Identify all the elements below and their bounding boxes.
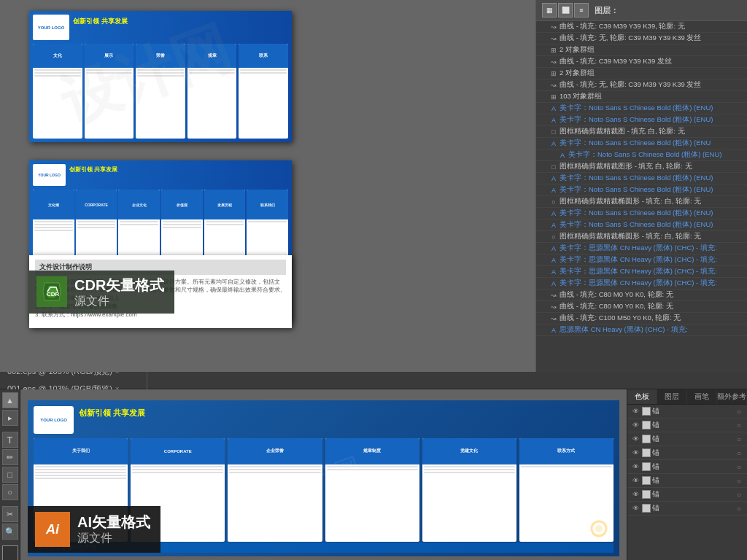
cdr-layer-7[interactable]: A美卡字：Noto Sans S Chinese Bold (粗体) (ENU) [536, 103, 747, 114]
ai-layer-row-1[interactable]: 👁锚○ [627, 419, 747, 432]
ai-layer-name-4: 锚 [652, 462, 732, 472]
cdr-layer-2[interactable]: ⊞2 对象群组 [536, 44, 747, 56]
ai-layer-eye-7[interactable]: 👁 [630, 503, 640, 513]
tool-select[interactable]: ▲ [2, 392, 18, 408]
tool-fill[interactable] [2, 545, 18, 560]
layer-icon-5: ↝ [549, 81, 558, 90]
ai-layer-row-7[interactable]: 👁锚○ [627, 502, 747, 516]
ai-layer-eye-2[interactable]: 👁 [630, 434, 640, 444]
cdr-tab-layers[interactable]: ▦ [542, 3, 557, 18]
ai-title: 创新引领 共享发展 [79, 408, 145, 419]
ai-layer-row-5[interactable]: 👁锚○ [627, 474, 747, 488]
cdr-layer-10[interactable]: A美卡字：Noto Sans S Chinese Bold (粗体) (ENU [536, 138, 747, 149]
ai-canvas[interactable]: YOUR LOGO 创新引领 共享发展 关于我们 [20, 389, 627, 560]
cdr-layer-4[interactable]: ⊞2 对象群组 [536, 68, 747, 79]
cdr-tab-objects[interactable]: ⬜ [558, 3, 573, 18]
layer-text-14: 美卡字：Noto Sans S Chinese Bold (粗体) (ENU) [560, 185, 744, 195]
cdr-layer-3[interactable]: ↝曲线 - 填充: C39 M39 Y39 K39 发丝 [536, 56, 747, 68]
ai-line-5 [35, 478, 126, 479]
cdr-layer-25[interactable]: ↝曲线 - 填充: C100 M50 Y0 K0, 轮廓: 无 [536, 313, 747, 324]
ai-panel-tab-3[interactable]: 额外参考 [717, 389, 747, 404]
cdr-layer-6[interactable]: ⊞103 对象群组 [536, 91, 747, 103]
ai-panel-tab-2[interactable]: 画笔 [687, 389, 717, 404]
cdr-layer-20[interactable]: A美卡字：思源黑体 CN Heavy (黑体) (CHC) - 填充: [536, 254, 747, 266]
ai-layer-row-2[interactable]: 👁锚○ [627, 432, 747, 446]
cdr-layer-23[interactable]: ↝曲线 - 填充: C80 M0 Y0 K0, 轮廓: 无 [536, 289, 747, 301]
ai-layer-eye-1[interactable]: 👁 [630, 420, 640, 430]
grid-header-5: 发展历程 [204, 190, 246, 219]
tool-zoom[interactable]: 🔍 [2, 524, 18, 540]
ai-card-5: 党建文化 [422, 438, 516, 542]
cdr-layer-1[interactable]: ↝曲线 - 填充: 无, 轮廓: C39 M39 Y39 K39 发丝 [536, 33, 747, 44]
tool-ellipse[interactable]: ○ [2, 484, 18, 500]
g-line-7 [77, 227, 116, 228]
ai-tools-panel: ▲ ▸ T ✏ □ ○ ✂ 🔍 ↩ [0, 389, 20, 560]
ai-card-body-3 [228, 464, 322, 542]
ai-card-hdr-4: 规章制度 [325, 438, 419, 464]
ai-layer-name-7: 锚 [652, 503, 732, 513]
cdr-layer-19[interactable]: A美卡字：思源黑体 CN Heavy (黑体) (CHC) - 填充: [536, 243, 747, 254]
cdr-layer-13[interactable]: A美卡字：Noto Sans S Chinese Bold (粗体) (ENU) [536, 173, 747, 184]
cdr-layer-12[interactable]: □图框精确剪裁精裁图形 - 填充 白, 轮廓: 无 [536, 161, 747, 173]
logo-text: YOUR LOGO [38, 26, 65, 30]
tool-rect[interactable]: □ [2, 467, 18, 483]
ai-card-hdr-5: 党建文化 [422, 438, 516, 464]
cdr-canvas-area[interactable]: YOUR LOGO 创新引领 共享发展 文化 [0, 0, 535, 372]
cdr-layer-22[interactable]: A美卡字：思源黑体 CN Heavy (黑体) (CHC) - 填充: [536, 278, 747, 289]
cdr-layer-15[interactable]: ○图框精确剪裁精裁椭圆形 - 填充: 白, 轮廓: 无 [536, 196, 747, 208]
cdr-layer-11[interactable]: A美卡字：Noto Sans S Chinese Bold (粗体) (ENU) [536, 149, 747, 161]
ai-layer-eye-3[interactable]: 👁 [630, 448, 640, 458]
tool-scissors[interactable]: ✂ [2, 506, 18, 522]
ai-layer-eye-4[interactable]: 👁 [630, 462, 640, 472]
ai-layer-eye-6[interactable]: 👁 [630, 489, 640, 499]
cdr-logo-svg: CDR [40, 280, 63, 303]
ai-card-body-4 [325, 464, 419, 542]
ai-format-label: Ai AI矢量格式 源文件 [28, 506, 160, 553]
ai-line-3 [35, 472, 126, 473]
cdr-layer-17[interactable]: A美卡字：Noto Sans S Chinese Bold (粗体) (ENU) [536, 219, 747, 231]
g-line-5 [77, 221, 116, 222]
cdr-layer-26[interactable]: A思源黑体 CN Heavy (黑体) (CHC) - 填充: [536, 324, 747, 336]
cdr-layer-18[interactable]: ○图框精确剪裁精裁椭圆形 - 填充: 白, 轮廓: 无 [536, 231, 747, 243]
ai-panel-tab-1[interactable]: 图层 [657, 389, 687, 404]
cdr-layer-21[interactable]: A美卡字：思源黑体 CN Heavy (黑体) (CHC) - 填充: [536, 266, 747, 278]
cdr-layer-24[interactable]: ↝曲线 - 填充: C80 M0 Y0 K0, 轮廓: 无 [536, 301, 747, 313]
layer-icon-22: A [549, 279, 558, 288]
tool-direct-select[interactable]: ▸ [2, 410, 18, 426]
cdr-layer-0[interactable]: ↝曲线 - 填充: C39 M39 Y39 K39, 轮廓: 无 [536, 21, 747, 33]
layer-text-20: 美卡字：思源黑体 CN Heavy (黑体) (CHC) - 填充: [560, 255, 744, 265]
cdr-layer-8[interactable]: A美卡字：Noto Sans S Chinese Bold (粗体) (ENU) [536, 114, 747, 126]
ai-line-15 [424, 469, 515, 470]
cdr-layer-5[interactable]: ↝曲线 - 填充: 无, 轮廓: C39 M39 Y39 K39 发丝 [536, 79, 747, 91]
ai-line-2 [35, 469, 126, 470]
ai-layer-eye-5[interactable]: 👁 [630, 475, 640, 486]
layer-icon-6: ⊞ [549, 93, 558, 101]
line-9 [189, 69, 236, 71]
ai-layer-eye-0[interactable]: 👁 [630, 406, 640, 416]
layer-icon-4: ⊞ [549, 69, 558, 78]
ai-card-hdr-6: 联系方式 [519, 438, 614, 464]
ai-layer-row-3[interactable]: 👁锚○ [627, 446, 747, 460]
ai-panel-tab-0[interactable]: 色板 [627, 389, 657, 404]
layer-icon-9: □ [549, 128, 558, 136]
cdr-tab-props[interactable]: ≡ [574, 3, 589, 18]
cdr-layers-list[interactable]: ↝曲线 - 填充: C39 M39 Y39 K39, 轮廓: 无↝曲线 - 填充… [536, 21, 747, 372]
layer-text-17: 美卡字：Noto Sans S Chinese Bold (粗体) (ENU) [560, 220, 744, 230]
cdr-layers-container: ↝曲线 - 填充: C39 M39 Y39 K39, 轮廓: 无↝曲线 - 填充… [536, 21, 747, 336]
cdr-layer-14[interactable]: A美卡字：Noto Sans S Chinese Bold (粗体) (ENU) [536, 184, 747, 196]
design-preview-1: YOUR LOGO 创新引领 共享发展 文化 [29, 11, 292, 142]
ai-layer-row-6[interactable]: 👁锚○ [627, 488, 747, 502]
cdr-layer-9[interactable]: □图框精确剪裁精裁图 - 填充 白, 轮廓: 无 [536, 126, 747, 138]
tool-type[interactable]: T [2, 432, 18, 448]
cdr-background: YOUR LOGO 创新引领 共享发展 文化 [0, 0, 535, 372]
ai-line-10 [229, 469, 320, 470]
g-line-6 [77, 224, 116, 225]
ai-layer-row-0[interactable]: 👁锚○ [627, 405, 747, 419]
ai-layers-list[interactable]: 👁锚○👁锚○👁锚○👁锚○👁锚○👁锚○👁锚○👁锚○ [627, 405, 747, 560]
ai-panel-tabs-container: 色板图层画笔额外参考 [627, 389, 747, 404]
ai-layer-row-4[interactable]: 👁锚○ [627, 460, 747, 474]
line-8 [137, 75, 184, 77]
tool-pen[interactable]: ✏ [2, 449, 18, 465]
cdr-layer-16[interactable]: A美卡字：Noto Sans S Chinese Bold (粗体) (ENU) [536, 208, 747, 219]
ai-layer-color-4 [642, 462, 651, 471]
